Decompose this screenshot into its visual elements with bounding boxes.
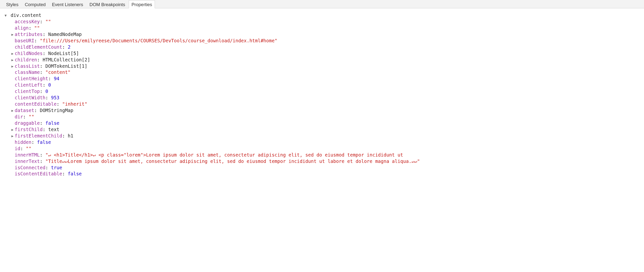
property-row[interactable]: ▶attributes: NamedNodeMap xyxy=(2,31,642,38)
property-value: NamedNodeMap xyxy=(48,32,82,37)
property-row[interactable]: ▶className: "content" xyxy=(2,69,642,76)
property-value: false xyxy=(37,139,51,145)
property-colon: : xyxy=(62,44,68,50)
property-name: clientHeight xyxy=(15,76,48,81)
property-name: baseURI xyxy=(15,38,34,43)
property-name: clientTop xyxy=(15,89,40,94)
property-row[interactable]: ▶dir: "" xyxy=(2,114,642,120)
property-colon: : xyxy=(42,127,48,132)
property-colon: : xyxy=(42,82,48,88)
property-value: "" xyxy=(34,25,40,31)
property-row[interactable]: ▶firstChild: text xyxy=(2,126,642,133)
property-value: HTMLCollection[2] xyxy=(42,57,90,62)
disclosure-triangle-right-icon[interactable]: ▶ xyxy=(11,58,14,62)
disclosure-triangle-right-icon[interactable]: ▶ xyxy=(11,128,14,132)
property-row[interactable]: ▶clientLeft: 0 xyxy=(2,82,642,88)
disclosure-triangle-right-icon[interactable]: ▶ xyxy=(11,134,14,138)
property-row[interactable]: ▶childNodes: NodeList[5] xyxy=(2,50,642,57)
property-row[interactable]: ▶isContentEditable: false xyxy=(2,171,642,177)
property-value: "inherit" xyxy=(62,101,87,107)
tab-styles[interactable]: Styles xyxy=(4,0,21,8)
property-colon: : xyxy=(42,51,48,56)
property-name: firstChild xyxy=(15,127,42,132)
property-row[interactable]: ▶draggable: false xyxy=(2,120,642,126)
tab-event-listeners[interactable]: Event Listeners xyxy=(49,0,86,8)
property-colon: : xyxy=(40,158,46,164)
disclosure-triangle-right-icon[interactable]: ▶ xyxy=(11,33,14,37)
property-row[interactable]: ▶innerText: "Title↵↵Lorem ipsum dolor si… xyxy=(2,158,642,165)
property-name: accessKey xyxy=(15,19,40,24)
property-value: DOMStringMap xyxy=(40,108,73,113)
property-colon: : xyxy=(20,146,26,151)
property-value: "" xyxy=(46,19,51,24)
property-row[interactable]: ▶innerHTML: "↵ <h1>Title</h1>↵ <p class=… xyxy=(2,152,642,158)
disclosure-triangle-right-icon[interactable]: ▶ xyxy=(11,64,14,69)
tab-dom-breakpoints[interactable]: DOM Breakpoints xyxy=(87,0,128,8)
property-colon: : xyxy=(40,89,46,94)
property-row[interactable]: ▶clientTop: 0 xyxy=(2,88,642,95)
property-name: attributes xyxy=(15,32,42,37)
property-value: "file:///Users/emilyreese/Documents/COUR… xyxy=(40,38,277,43)
property-name: className xyxy=(15,70,40,75)
property-colon: : xyxy=(23,114,28,119)
property-colon: : xyxy=(48,76,54,81)
property-value: h1 xyxy=(68,133,73,138)
property-colon: : xyxy=(46,95,51,100)
property-name: childElementCount xyxy=(15,44,62,50)
property-colon: : xyxy=(40,63,46,69)
disclosure-triangle-right-icon[interactable]: ▶ xyxy=(11,52,14,56)
property-row[interactable]: ▶hidden: false xyxy=(2,139,642,146)
property-name: dir xyxy=(15,114,23,119)
property-value: DOMTokenList[1] xyxy=(46,63,88,69)
property-name: clientWidth xyxy=(15,95,46,100)
property-value: false xyxy=(46,120,59,126)
tab-properties[interactable]: Properties xyxy=(129,0,155,8)
property-value: 2 xyxy=(68,44,70,50)
property-value: 0 xyxy=(48,82,51,88)
property-row[interactable]: ▶contentEditable: "inherit" xyxy=(2,101,642,107)
property-name: classList xyxy=(15,63,40,69)
property-name: hidden xyxy=(15,139,32,145)
property-colon: : xyxy=(34,108,40,113)
property-name: firstElementChild xyxy=(15,133,62,138)
object-header-label: div.content xyxy=(10,13,41,18)
property-value: "" xyxy=(26,146,32,151)
property-row[interactable]: ▶isConnected: true xyxy=(2,165,642,171)
property-value: 953 xyxy=(51,95,59,100)
property-name: draggable xyxy=(15,120,40,126)
property-value: 94 xyxy=(54,76,59,81)
property-row[interactable]: ▶accessKey: "" xyxy=(2,19,642,25)
property-row[interactable]: ▶classList: DOMTokenList[1] xyxy=(2,63,642,70)
property-row[interactable]: ▶id: "" xyxy=(2,146,642,152)
property-row[interactable]: ▶dataset: DOMStringMap xyxy=(2,107,642,114)
disclosure-triangle-right-icon[interactable]: ▶ xyxy=(11,109,14,113)
property-colon: : xyxy=(40,19,46,24)
property-row[interactable]: ▶children: HTMLCollection[2] xyxy=(2,57,642,63)
property-row[interactable]: ▶clientWidth: 953 xyxy=(2,95,642,101)
property-value: text xyxy=(48,127,59,132)
property-value: "Title↵↵Lorem ipsum dolor sit amet, cons… xyxy=(46,158,420,164)
property-value: "" xyxy=(28,114,34,119)
property-colon: : xyxy=(37,57,43,62)
property-name: isContentEditable xyxy=(15,171,62,176)
property-name: innerHTML xyxy=(15,152,40,158)
property-name: childNodes xyxy=(15,51,42,56)
property-row[interactable]: ▶firstElementChild: h1 xyxy=(2,133,642,139)
disclosure-triangle-down-icon[interactable]: ▼ xyxy=(4,14,7,18)
property-value: "content" xyxy=(46,70,70,75)
tab-computed[interactable]: Computed xyxy=(22,0,48,8)
property-row[interactable]: ▶align: "" xyxy=(2,25,642,31)
property-colon: : xyxy=(62,171,68,176)
property-row[interactable]: ▶baseURI: "file:///Users/emilyreese/Docu… xyxy=(2,38,642,44)
property-name: innerText xyxy=(15,158,40,164)
property-row[interactable]: ▶childElementCount: 2 xyxy=(2,44,642,50)
property-value: 0 xyxy=(46,89,48,94)
property-colon: : xyxy=(40,70,46,75)
property-colon: : xyxy=(34,38,40,43)
property-row[interactable]: ▶clientHeight: 94 xyxy=(2,76,642,82)
devtools-tabbar: Styles Computed Event Listeners DOM Brea… xyxy=(0,0,644,8)
object-header-row[interactable]: ▼ div.content xyxy=(2,12,642,19)
property-colon: : xyxy=(40,120,46,126)
property-name: isConnected xyxy=(15,165,46,170)
property-colon: : xyxy=(40,152,46,158)
